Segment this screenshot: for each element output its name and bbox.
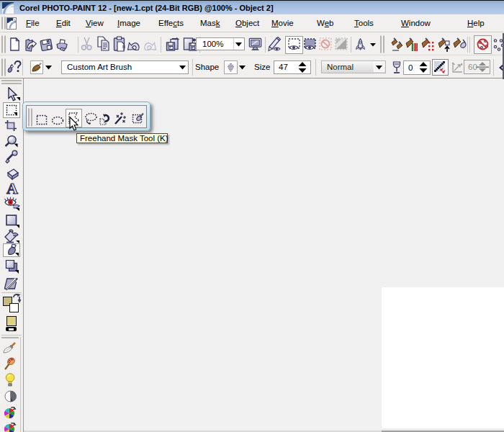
svg-text:A: A — [6, 181, 18, 195]
